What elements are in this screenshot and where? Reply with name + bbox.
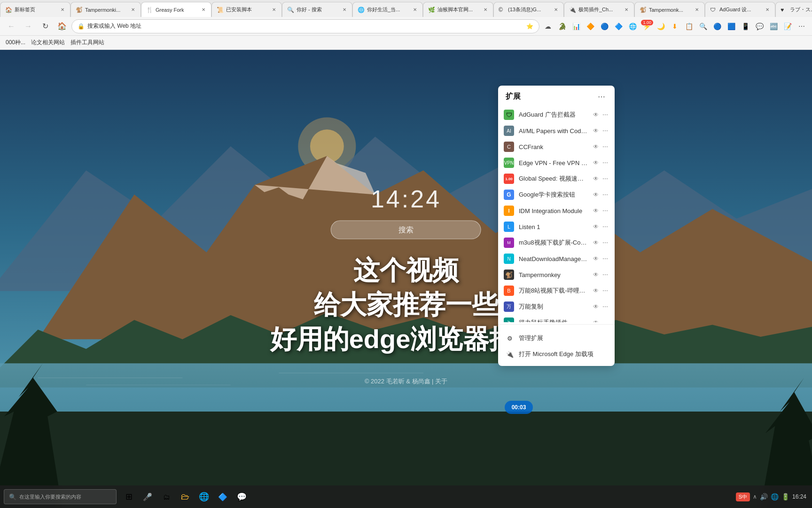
ext-dots-globalspeed[interactable]: ⋯: [601, 175, 609, 183]
manage-extensions-button[interactable]: ⚙ 管理扩展: [498, 330, 615, 346]
taskbar-wechat-icon[interactable]: 💬: [233, 488, 250, 505]
ext-item-edgevpn[interactable]: VPN Edge VPN - Free VPN Connecti... 👁 ⋯: [498, 155, 615, 171]
ext-dots-m3u8[interactable]: ⋯: [601, 238, 609, 247]
ext-eye-ccfrank[interactable]: 👁: [592, 143, 600, 151]
tab-3[interactable]: 🍴 Greasy Fork ✕: [141, 2, 211, 17]
ext-item-waneng[interactable]: 万 万能复制 👁 ⋯: [498, 299, 615, 315]
extensions-more-button[interactable]: ⋯: [596, 90, 607, 103]
ext-eye-edgevpn[interactable]: 👁: [592, 159, 600, 167]
taskbar-clock[interactable]: 16:24: [792, 493, 806, 500]
ext-dots-waneng[interactable]: ⋯: [601, 302, 609, 311]
tab-4[interactable]: 📜 已安装脚本 ✕: [211, 2, 282, 17]
ext-eye-idm[interactable]: 👁: [592, 206, 600, 215]
extension14-icon[interactable]: 📱: [739, 20, 752, 33]
ext-dots-adguard[interactable]: ⋯: [601, 111, 609, 119]
forward-button[interactable]: →: [21, 19, 36, 34]
extension8-icon[interactable]: 🌙: [654, 20, 667, 33]
extension9-icon[interactable]: ⬇: [668, 20, 681, 33]
extension3-icon[interactable]: 🔶: [584, 20, 597, 33]
tab-4-close[interactable]: ✕: [271, 6, 277, 13]
extension10-icon[interactable]: 📋: [682, 20, 695, 33]
extension17-icon[interactable]: 📝: [781, 20, 794, 33]
ext-dots-tampermonkey[interactable]: ⋯: [601, 270, 609, 279]
tab-11[interactable]: 🛡 AdGuard 设... ✕: [705, 2, 775, 17]
extension2-icon[interactable]: 📊: [570, 20, 583, 33]
tab-2[interactable]: 🐒 Tampermonki... ✕: [70, 2, 141, 17]
tab-6-close[interactable]: ✕: [412, 6, 418, 13]
bookmark-3[interactable]: 插件工具网站: [70, 39, 104, 47]
ext-item-neat[interactable]: N NeatDownloadManager Extensi... 👁 ⋯: [498, 251, 615, 267]
tab-10-close[interactable]: ✕: [694, 6, 700, 13]
tab-7[interactable]: 🌿 油猴脚本官网... ✕: [423, 2, 493, 17]
taskbar-explorer-icon[interactable]: 🗁: [177, 488, 194, 505]
tab-5[interactable]: 🔍 你好 - 搜索 ✕: [282, 2, 352, 17]
ext-dots-deli[interactable]: ⋯: [601, 318, 609, 322]
extension11-icon[interactable]: 🔍: [696, 20, 710, 33]
taskbar-network-icon[interactable]: 🌐: [771, 493, 779, 500]
tab-11-close[interactable]: ✕: [765, 6, 770, 13]
ext-item-globalspeed[interactable]: 1.00 Global Speed: 视频速度控制 👁 ⋯: [498, 171, 615, 187]
collections-icon[interactable]: ☁: [541, 20, 554, 33]
taskbar-edge-icon[interactable]: 🌐: [195, 488, 212, 505]
extension4-icon[interactable]: 🔵: [598, 20, 611, 33]
ext-dots-neat[interactable]: ⋯: [601, 254, 609, 263]
ext-dots-aiml[interactable]: ⋯: [601, 127, 609, 135]
ext-item-deli[interactable]: 🖱 得力鼠标手势插件 👁 ⋯: [498, 315, 615, 322]
extension13-icon[interactable]: 🟦: [725, 20, 738, 33]
ext-item-adguard[interactable]: 🛡 AdGuard 广告拦截器 👁 ⋯: [498, 107, 615, 123]
taskbar-edge2-icon[interactable]: 🔷: [214, 488, 231, 505]
ext-eye-globalspeed[interactable]: 👁: [592, 175, 600, 183]
ext-eye-m3u8[interactable]: 👁: [592, 238, 600, 247]
tab-9[interactable]: 🔌 极简插件_Ch... ✕: [564, 2, 634, 17]
ext-item-listen1[interactable]: L Listen 1 👁 ⋯: [498, 219, 615, 235]
ext-item-tampermonkey[interactable]: 🐒 Tampermonkey 👁 ⋯: [498, 267, 615, 283]
tab-9-close[interactable]: ✕: [624, 6, 629, 13]
settings-icon[interactable]: ⋯: [795, 20, 808, 33]
ext-item-aiml[interactable]: AI AI/ML Papers with Code Everyw... 👁 ⋯: [498, 123, 615, 139]
ext-item-wan8[interactable]: B 万能8站视频下载-哔哩哔哩助手 👁 ⋯: [498, 283, 615, 299]
extension7-icon[interactable]: 1.00 ⚡: [640, 20, 653, 33]
ext-eye-deli[interactable]: 👁: [592, 318, 600, 322]
tab-8[interactable]: © (13条消息)G... ✕: [493, 2, 564, 17]
ext-eye-aiml[interactable]: 👁: [592, 127, 600, 135]
tab-3-close[interactable]: ✕: [201, 6, 206, 13]
tab-8-close[interactable]: ✕: [553, 6, 559, 13]
extension6-icon[interactable]: 🌐: [626, 20, 639, 33]
ext-eye-wan8[interactable]: 👁: [592, 286, 600, 295]
extension12-icon[interactable]: 🔵: [710, 20, 724, 33]
extension1-icon[interactable]: 🐊: [555, 20, 569, 33]
search-box[interactable]: 搜索: [331, 221, 481, 239]
open-edge-addons-button[interactable]: 🔌 打开 Microsoft Edge 加载项: [498, 346, 615, 362]
back-button[interactable]: ←: [4, 19, 19, 34]
ext-item-google[interactable]: G Google学卡搜索按钮 👁 ⋯: [498, 187, 615, 203]
extension5-icon[interactable]: 🔷: [612, 20, 625, 33]
taskbar-search[interactable]: 🔍 在这里输入你要搜索的内容: [4, 489, 117, 504]
tab-1[interactable]: 🏠 新标签页 ✕: [0, 2, 70, 17]
ext-item-idm[interactable]: I IDM Integration Module 👁 ⋯: [498, 203, 615, 219]
tab-10[interactable]: 🐒 Tampermonk... ✕: [634, 2, 705, 17]
ext-dots-edgevpn[interactable]: ⋯: [601, 159, 609, 167]
address-bar[interactable]: 🔒 搜索或输入 Web 地址 ⭐: [71, 19, 539, 33]
ext-item-m3u8[interactable]: M m3u8视频下载扩展-CocoCut-vi... 👁 ⋯: [498, 235, 615, 251]
ext-item-ccfrank[interactable]: C CCFrank 👁 ⋯: [498, 139, 615, 155]
ext-dots-idm[interactable]: ⋯: [601, 206, 609, 215]
taskbar-volume-icon[interactable]: 🔊: [760, 493, 768, 500]
bookmark-2[interactable]: 论文相关网站: [31, 39, 65, 47]
extension15-icon[interactable]: 💬: [753, 20, 766, 33]
ext-eye-adguard[interactable]: 👁: [592, 111, 600, 119]
ext-dots-wan8[interactable]: ⋯: [601, 286, 609, 295]
extension16-icon[interactable]: 🔤: [767, 20, 780, 33]
ext-eye-neat[interactable]: 👁: [592, 254, 600, 263]
ext-dots-listen1[interactable]: ⋯: [601, 222, 609, 231]
taskbar-cortana-icon[interactable]: 🎤: [139, 488, 156, 505]
tab-6[interactable]: 🌐 你好生活_当... ✕: [352, 2, 423, 17]
ext-eye-google[interactable]: 👁: [592, 190, 600, 199]
ext-dots-google[interactable]: ⋯: [601, 190, 609, 199]
taskbar-chevron-icon[interactable]: ∧: [753, 493, 757, 500]
tab-5-close[interactable]: ✕: [342, 6, 347, 13]
home-button[interactable]: 🏠: [55, 19, 70, 34]
tab-7-close[interactable]: ✕: [483, 6, 488, 13]
tab-12[interactable]: ♥ ラブ・ス... ✕: [775, 2, 812, 17]
taskbar-sougou-icon[interactable]: S中: [736, 492, 750, 501]
tab-2-close[interactable]: ✕: [130, 6, 136, 13]
